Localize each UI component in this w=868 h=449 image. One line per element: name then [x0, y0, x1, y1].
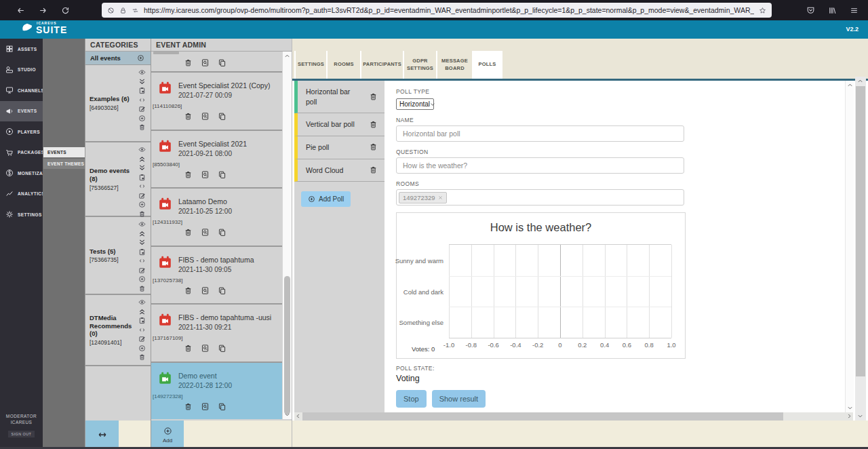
- move-up-icon[interactable]: [138, 155, 146, 163]
- event-list-item[interactable]: FIBS - demo tapahtuma2021-11-30 09:05[13…: [151, 247, 282, 305]
- sidebar-item-packages[interactable]: PACKAGES: [0, 142, 43, 163]
- add-icon[interactable]: [138, 115, 146, 122]
- delete-icon[interactable]: [138, 123, 146, 131]
- scrollbar-thumb[interactable]: [302, 412, 783, 421]
- copy-event-icon[interactable]: [218, 402, 226, 411]
- view-icon[interactable]: [138, 220, 146, 228]
- url-text[interactable]: https://my.icareus.com/group/ovp-demo/mu…: [144, 6, 754, 14]
- add-icon[interactable]: [138, 345, 146, 352]
- bookmark-star-icon[interactable]: [759, 7, 766, 14]
- sidebar-item-players[interactable]: PLAYERS: [0, 121, 43, 142]
- preview-event-icon[interactable]: [201, 228, 210, 237]
- poll-list-item[interactable]: Vertical bar poll: [294, 113, 384, 136]
- view-icon[interactable]: [138, 69, 146, 76]
- remove-room-icon[interactable]: [438, 195, 443, 200]
- poll-list-item[interactable]: Horizontal bar poll: [294, 81, 384, 113]
- scroll-up-icon[interactable]: [857, 78, 863, 84]
- clipboard-icon[interactable]: [138, 174, 146, 181]
- sidebar-item-monetization[interactable]: MONETIZATION: [0, 163, 43, 184]
- delete-poll-icon[interactable]: [369, 142, 378, 151]
- delete-event-icon[interactable]: [184, 286, 193, 295]
- back-icon[interactable]: [16, 6, 25, 15]
- poll-name-input[interactable]: [396, 125, 684, 142]
- scroll-down-icon[interactable]: [284, 412, 290, 418]
- tab-message-board[interactable]: MESSAGE BOARD: [436, 51, 472, 79]
- category-group[interactable]: Examples (6)[64903026]: [85, 65, 151, 142]
- reload-icon[interactable]: [61, 6, 70, 15]
- delete-event-icon[interactable]: [184, 112, 193, 121]
- move-down-icon[interactable]: [138, 78, 146, 85]
- copy-event-icon[interactable]: [218, 112, 226, 121]
- delete-icon[interactable]: [138, 210, 146, 218]
- category-group[interactable]: Tests (5)[75366735]: [85, 217, 151, 295]
- clipboard-icon[interactable]: [138, 317, 146, 324]
- poll-question-input[interactable]: [396, 157, 684, 174]
- url-bar[interactable]: https://my.icareus.com/group/ovp-demo/mu…: [102, 3, 772, 18]
- menu-icon[interactable]: [850, 6, 859, 15]
- edit-icon[interactable]: [138, 267, 146, 274]
- scrollbar-thumb[interactable]: [856, 86, 865, 376]
- add-category-icon[interactable]: [137, 54, 144, 62]
- tab-rooms[interactable]: ROOMS: [326, 51, 360, 79]
- event-list-item[interactable]: Event Specialist 20212021-09-21 08:00[85…: [151, 131, 282, 189]
- delete-event-icon[interactable]: [184, 228, 193, 237]
- preview-event-icon[interactable]: [201, 58, 210, 67]
- preview-event-icon[interactable]: [201, 286, 210, 295]
- move-up-icon[interactable]: [138, 308, 146, 315]
- sidebar-item-settings[interactable]: SETTINGS: [0, 204, 43, 225]
- tab-polls[interactable]: POLLS: [472, 51, 502, 79]
- scrollbar-thumb[interactable]: [284, 276, 290, 414]
- poll-list-item[interactable]: Word Cloud: [294, 159, 384, 182]
- library-icon[interactable]: [828, 6, 837, 15]
- permissions-icon[interactable]: [132, 7, 139, 14]
- panel-scrollbar[interactable]: [855, 77, 866, 421]
- delete-poll-icon[interactable]: [369, 165, 378, 174]
- clipboard-icon[interactable]: [138, 248, 146, 256]
- submenu-item-events[interactable]: EVENTS: [43, 147, 85, 157]
- event-list-item[interactable]: Event Specialist 2021 (Copy)2021-07-27 0…: [151, 73, 282, 131]
- embed-code-icon[interactable]: [138, 182, 146, 190]
- all-events-row[interactable]: All events: [85, 52, 151, 65]
- tab-participants[interactable]: PARTICIPANTS: [360, 51, 403, 79]
- scroll-left-icon[interactable]: [295, 413, 301, 419]
- collapse-categories-button[interactable]: [85, 421, 119, 449]
- edit-icon[interactable]: [138, 192, 146, 199]
- view-icon[interactable]: [138, 146, 146, 153]
- copy-event-icon[interactable]: [218, 228, 226, 237]
- sidebar-item-channels[interactable]: CHANNELS: [0, 80, 43, 101]
- move-up-icon[interactable]: [138, 230, 146, 237]
- form-scrollbar[interactable]: [845, 81, 854, 412]
- lock-icon[interactable]: [119, 7, 127, 14]
- event-list-scrollbar[interactable]: [282, 52, 292, 419]
- add-event-button[interactable]: Add: [151, 421, 184, 449]
- add-icon[interactable]: [138, 275, 146, 283]
- delete-event-icon[interactable]: [184, 58, 193, 67]
- tab-gdpr-settings[interactable]: GDPR SETTINGS: [403, 51, 436, 79]
- rooms-input[interactable]: 149272329: [396, 189, 684, 206]
- delete-event-icon[interactable]: [184, 344, 193, 353]
- poll-list-item[interactable]: Pie poll: [294, 136, 384, 159]
- sidebar-item-events[interactable]: EVENTS: [0, 101, 43, 122]
- delete-poll-icon[interactable]: [369, 92, 378, 101]
- delete-event-icon[interactable]: [184, 170, 193, 179]
- event-list-item[interactable]: FIBS - demo tapahtuma -uusi2021-11-30 09…: [151, 305, 282, 363]
- move-down-icon[interactable]: [138, 239, 146, 246]
- delete-icon[interactable]: [138, 353, 146, 361]
- category-group[interactable]: Demo events (8)[75366527]: [85, 142, 151, 217]
- embed-code-icon[interactable]: [138, 257, 146, 265]
- show-result-button[interactable]: Show result: [432, 390, 486, 408]
- scroll-up-icon[interactable]: [284, 53, 290, 59]
- edit-icon[interactable]: [138, 105, 146, 113]
- sidebar-item-assets[interactable]: ASSETS: [0, 39, 43, 60]
- add-icon[interactable]: [138, 201, 146, 208]
- preview-event-icon[interactable]: [201, 402, 210, 411]
- preview-event-icon[interactable]: [201, 344, 210, 353]
- icareus-suite-logo[interactable]: ICAREUS SUITE: [20, 22, 67, 35]
- clipboard-icon[interactable]: [138, 87, 146, 94]
- embed-code-icon[interactable]: [138, 96, 146, 104]
- scroll-right-icon[interactable]: [846, 413, 852, 419]
- view-icon[interactable]: [138, 298, 146, 306]
- stop-button[interactable]: Stop: [396, 390, 427, 408]
- scroll-down-icon[interactable]: [847, 405, 853, 411]
- category-group[interactable]: DTMedia Recommends (0)[124091401]: [85, 295, 151, 366]
